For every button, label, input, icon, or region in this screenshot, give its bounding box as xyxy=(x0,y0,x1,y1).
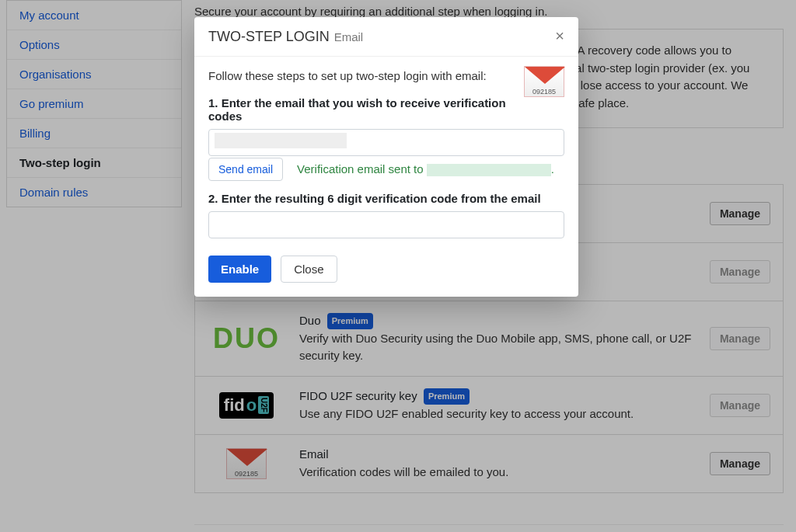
modal-title: TWO-STEP LOGIN xyxy=(208,29,330,45)
close-button[interactable]: Close xyxy=(281,256,337,283)
send-email-button[interactable]: Send email xyxy=(208,158,283,181)
gmail-icon: 092185 xyxy=(524,66,564,97)
modal-subtitle: Email xyxy=(334,30,364,43)
step1-label: 1. Enter the email that you wish to rece… xyxy=(208,96,564,123)
verification-code-input[interactable] xyxy=(208,211,564,238)
modal-header: TWO-STEP LOGIN Email × xyxy=(194,17,578,57)
redacted-sent-email xyxy=(427,164,551,176)
enable-button[interactable]: Enable xyxy=(208,256,271,283)
modal-lead: Follow these steps to set up two-step lo… xyxy=(208,69,564,82)
two-step-email-modal: TWO-STEP LOGIN Email × 092185 Follow the… xyxy=(194,17,578,297)
verification-sent-message: Verification email sent to . xyxy=(297,162,554,176)
step2-label: 2. Enter the resulting 6 digit verificat… xyxy=(208,192,564,205)
redacted-email xyxy=(215,133,347,148)
close-icon[interactable]: × xyxy=(555,28,564,43)
